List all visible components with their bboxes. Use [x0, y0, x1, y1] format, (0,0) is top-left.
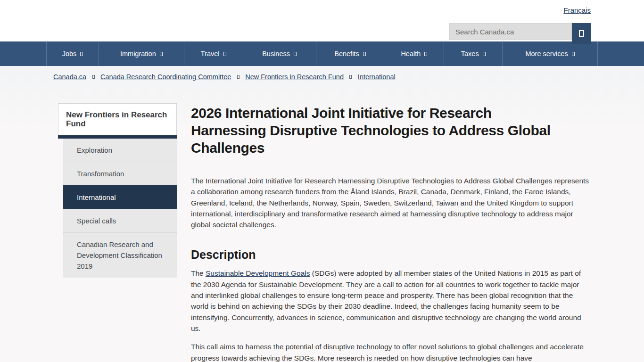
- chevron-down-icon: [363, 52, 366, 56]
- page-body: Canada.ca Canada Research Coordinating C…: [0, 66, 644, 362]
- nav-item-benefits[interactable]: Benefits: [316, 41, 384, 66]
- chevron-down-icon: [424, 52, 427, 56]
- search-input[interactable]: [449, 23, 572, 40]
- sdg-paragraph-rest: (SDGs) were adopted by all member states…: [191, 269, 581, 332]
- nav-item-taxes[interactable]: Taxes: [444, 41, 502, 66]
- breadcrumb: Canada.ca Canada Research Coordinating C…: [46, 66, 598, 88]
- breadcrumb-link-nfrf[interactable]: New Frontiers in Research Fund: [245, 73, 344, 81]
- nav-label: Health: [401, 50, 421, 58]
- nav-label: Immigration: [120, 50, 156, 58]
- page-title: 2026 International Joint Initiative for …: [191, 104, 568, 156]
- chevron-down-icon: [294, 52, 297, 56]
- breadcrumb-separator-icon: [349, 75, 352, 79]
- nav-item-immigration[interactable]: Immigration: [99, 41, 184, 66]
- main-content: 2026 International Joint Initiative for …: [191, 103, 591, 362]
- nav-item-travel[interactable]: Travel: [184, 41, 243, 66]
- chevron-down-icon: [80, 52, 83, 56]
- nav-label: Taxes: [461, 50, 479, 58]
- breadcrumb-link-international[interactable]: International: [358, 73, 396, 81]
- chevron-down-icon: [483, 52, 486, 56]
- nav-label: Travel: [201, 50, 220, 58]
- nav-item-more-services[interactable]: More services: [502, 41, 598, 66]
- main-navigation-inner: Jobs Immigration Travel Business Benefit…: [46, 41, 598, 66]
- chevron-down-icon: [160, 52, 163, 56]
- sidebar-item-crdc-2019[interactable]: Canadian Research and Development Classi…: [63, 232, 177, 278]
- sidebar-item-international[interactable]: International: [63, 185, 177, 209]
- site-search: [449, 23, 591, 44]
- nav-label: More services: [525, 50, 568, 58]
- call-paragraph: This call aims to harness the potential …: [191, 341, 591, 362]
- nav-label: Jobs: [62, 50, 77, 58]
- sdg-paragraph: The Sustainable Development Goals (SDGs)…: [191, 268, 591, 334]
- nav-label: Business: [262, 50, 290, 58]
- site-header: Français: [0, 0, 644, 41]
- section-menu-accent-bar: [58, 135, 177, 139]
- search-button[interactable]: [572, 23, 591, 44]
- sdg-link[interactable]: Sustainable Development Goals: [206, 269, 310, 277]
- breadcrumb-separator-icon: [92, 75, 95, 79]
- breadcrumb-link-canada-ca[interactable]: Canada.ca: [53, 73, 86, 81]
- chevron-down-icon: [572, 52, 575, 56]
- sidebar-item-special-calls[interactable]: Special calls: [63, 209, 177, 232]
- nav-label: Benefits: [334, 50, 359, 58]
- search-icon: [579, 30, 584, 37]
- section-menu-title: New Frontiers in Research Fund: [58, 103, 177, 135]
- sidebar-item-exploration[interactable]: Exploration: [63, 139, 177, 162]
- section-menu: New Frontiers in Research Fund Explorati…: [58, 103, 177, 278]
- breadcrumb-separator-icon: [237, 75, 239, 79]
- language-toggle-link[interactable]: Français: [563, 6, 591, 14]
- chevron-down-icon: [223, 52, 226, 56]
- nav-item-health[interactable]: Health: [384, 41, 444, 66]
- breadcrumb-link-crcc[interactable]: Canada Research Coordinating Committee: [100, 73, 231, 81]
- sdg-paragraph-prefix: The: [191, 269, 206, 277]
- title-divider: [191, 160, 591, 160]
- section-menu-list: Exploration Transformation International…: [63, 139, 177, 278]
- sidebar-item-transformation[interactable]: Transformation: [63, 162, 177, 185]
- nav-item-jobs[interactable]: Jobs: [46, 41, 99, 66]
- intro-paragraph: The International Joint Initiative for R…: [191, 175, 591, 230]
- nav-item-business[interactable]: Business: [243, 41, 316, 66]
- content-row: New Frontiers in Research Fund Explorati…: [46, 103, 598, 362]
- description-heading: Description: [191, 248, 591, 262]
- main-navigation: Jobs Immigration Travel Business Benefit…: [0, 41, 644, 66]
